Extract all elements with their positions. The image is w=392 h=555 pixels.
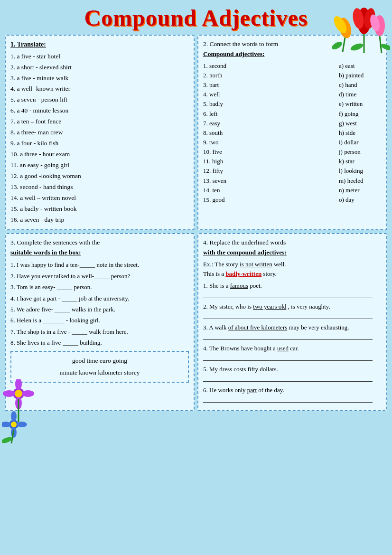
list-item: 3. Tom is an easy- _____ person. <box>10 282 189 292</box>
list-item: 6. Helen is a _______ - looking girl. <box>10 315 189 325</box>
wordbox-row1: good time euro going <box>72 357 127 364</box>
list-item: 16. a seven - day trip <box>10 215 189 225</box>
section1-list: 1. a five - star hotel2. a short - sleev… <box>10 52 189 225</box>
section-replace: 4. Replace the underlined words with the… <box>197 233 387 411</box>
list-item: 8. a three- man crew <box>10 128 189 138</box>
svg-point-25 <box>11 422 17 427</box>
list-item: 5. a seven - person lift <box>10 95 189 105</box>
connect-row: 1. seconda) east <box>203 61 382 71</box>
section4-list: 1. She is a famous poet.2. My sister, wh… <box>203 281 382 403</box>
svg-line-26 <box>11 430 14 443</box>
section-connect: 2. Connect the words to form Compound ad… <box>197 35 387 230</box>
list-item: 11. an easy - going girl <box>10 160 189 170</box>
connect-row: 12. fiftyl) looking <box>203 166 382 176</box>
section1-title: 1. Translate: <box>10 39 189 50</box>
connect-row: 7. easyg) west <box>203 119 382 128</box>
replace-item: 2. My sister, who is two years old , is … <box>203 302 382 319</box>
wordbox-row2: minute known kilometer storey <box>59 369 140 376</box>
svg-point-21 <box>11 411 17 422</box>
connect-row: 2. northb) painted <box>203 71 382 80</box>
connect-row: 13. sevenm) heeled <box>203 176 382 186</box>
connect-row: 6. leftf) going <box>203 109 382 119</box>
section4-title: 4. Replace the underlined words <box>203 238 382 248</box>
list-item: 8. She lives in a five-_____ building. <box>10 338 189 348</box>
replace-item: 3. A walk of about five kilometers may b… <box>203 323 382 340</box>
replace-item: 1. She is a famous poet. <box>203 281 382 298</box>
svg-point-24 <box>17 422 27 427</box>
svg-point-27 <box>2 436 13 444</box>
replace-item: 4. The Browns have bought a used car. <box>203 344 382 361</box>
section3-list: 1. I was happy to find a ten-_____ note … <box>10 260 189 348</box>
list-item: 14. a well – written novel <box>10 193 189 203</box>
connect-row: 14. tenn) meter <box>203 186 382 195</box>
replace-item: 6. He works only part of the day. <box>203 386 382 403</box>
connect-row: 5. badlye) written <box>203 99 382 109</box>
list-item: 2. Have you ever talked to a well-_____ … <box>10 271 189 281</box>
example: Ex.: The story is not written well. This… <box>203 260 382 279</box>
word-box: good time euro goingminute known kilomet… <box>10 351 189 383</box>
list-item: 1. I was happy to find a ten-_____ note … <box>10 260 189 270</box>
replace-item: 5. My dress costs fifty dollars. <box>203 365 382 382</box>
connect-row: 3. partc) hand <box>203 80 382 90</box>
list-item: 7. The shop is in a five - _____ walk fr… <box>10 327 189 337</box>
connect-row: 9. twoi) dollar <box>203 138 382 147</box>
list-item: 7. a ten – foot fence <box>10 117 189 127</box>
list-item: 2. a short - sleeved shirt <box>10 63 189 73</box>
connect-row: 15. goodo) day <box>203 195 382 205</box>
section-complete: 3. Complete the sentences with the suita… <box>5 233 195 411</box>
connect-row: 11. highk) star <box>203 157 382 166</box>
connect-row: 8. southh) side <box>203 128 382 138</box>
section3-title: 3. Complete the sentences with the <box>10 238 189 248</box>
list-item: 15. a badly - written book <box>10 204 189 214</box>
section2-subtitle: Compound adjectives: <box>203 49 382 59</box>
list-item: 4. a well- known writer <box>10 84 189 94</box>
list-item: 13. second - hand things <box>10 182 189 192</box>
svg-point-20 <box>9 420 19 429</box>
list-item: 10. a three - hour exam <box>10 150 189 160</box>
list-item: 12. a good -looking woman <box>10 171 189 181</box>
section4-subtitle: with the compound adjectives: <box>203 248 382 258</box>
section2-list: 1. seconda) east2. northb) painted3. par… <box>203 61 382 205</box>
svg-point-22 <box>11 427 17 438</box>
list-item: 5. We adore five- _____ walks in the par… <box>10 304 189 314</box>
connect-row: 4. welld) time <box>203 90 382 99</box>
list-item: 3. a five - minute walk <box>10 74 189 84</box>
list-item: 6. a 40 - minute lesson <box>10 106 189 116</box>
page-title: Compound Adjectives <box>5 5 387 31</box>
svg-point-23 <box>2 422 11 427</box>
connect-row: 10. fivej) person <box>203 147 382 157</box>
section2-title: 2. Connect the words to form <box>203 39 382 49</box>
section-translate: 1. Translate: 1. a five - star hotel2. a… <box>5 35 195 230</box>
section3-subtitle: suitable words in the box: <box>10 248 189 258</box>
list-item: 4. I have got a part - _____ job at the … <box>10 293 189 303</box>
list-item: 9. a four - kilo fish <box>10 139 189 149</box>
list-item: 1. a five - star hotel <box>10 52 189 62</box>
